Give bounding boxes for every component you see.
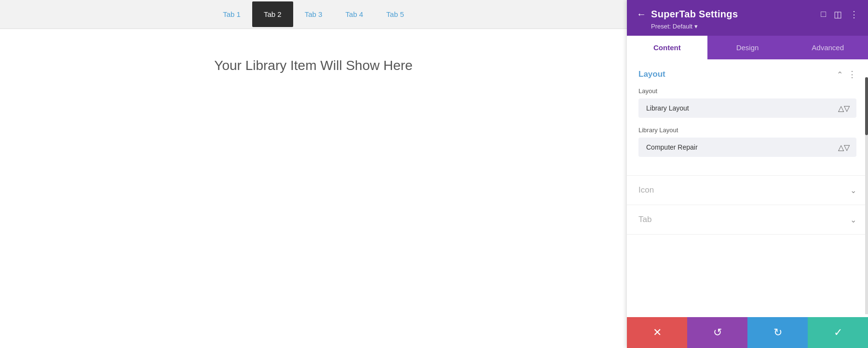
tab-2[interactable]: Tab 2 xyxy=(252,1,293,27)
icon-section: Icon ⌄ xyxy=(627,176,868,205)
layout-section-controls: ⌃ ⋮ xyxy=(837,69,856,80)
resize-icon[interactable]: □ xyxy=(821,9,826,19)
panel-header: ← SuperTab Settings □ ◫ ⋮ Preset: Defaul… xyxy=(627,0,868,36)
tab-chevron-down-icon[interactable]: ⌄ xyxy=(850,215,856,224)
back-arrow-icon[interactable]: ← xyxy=(637,9,646,20)
layout-select[interactable]: Library Layout xyxy=(638,98,856,118)
tab-advanced[interactable]: Advanced xyxy=(787,36,868,59)
library-placeholder: Your Library Item Will Show Here xyxy=(214,58,412,73)
main-content: Your Library Item Will Show Here xyxy=(0,29,627,348)
layout-field-group: Layout Library Layout △▽ xyxy=(638,87,856,118)
tab-5[interactable]: Tab 5 xyxy=(375,1,416,27)
tab-3[interactable]: Tab 3 xyxy=(293,1,334,27)
library-layout-field-label: Library Layout xyxy=(638,126,856,134)
more-options-icon[interactable]: ⋮ xyxy=(850,9,858,20)
layout-section-title: Layout xyxy=(638,70,665,79)
redo-button[interactable]: ↻ xyxy=(747,317,808,348)
tab-section-header: Tab ⌄ xyxy=(638,215,856,224)
panel-header-top: ← SuperTab Settings □ ◫ ⋮ xyxy=(637,9,858,20)
reset-button[interactable]: ↺ xyxy=(687,317,747,348)
library-layout-select-wrapper: Computer Repair △▽ xyxy=(638,138,856,157)
split-icon[interactable]: ◫ xyxy=(834,9,842,20)
panel-footer: ✕ ↺ ↻ ✓ xyxy=(627,317,868,348)
layout-field-label: Layout xyxy=(638,87,856,95)
save-button[interactable]: ✓ xyxy=(808,317,868,348)
panel-title: SuperTab Settings xyxy=(651,9,738,20)
layout-section-header: Layout ⌃ ⋮ xyxy=(638,69,856,80)
panel-header-icons: □ ◫ ⋮ xyxy=(821,9,858,20)
tab-design[interactable]: Design xyxy=(707,36,788,59)
tab-section-title: Tab xyxy=(638,215,651,224)
tab-1[interactable]: Tab 1 xyxy=(211,1,252,27)
scroll-track xyxy=(865,77,868,314)
cancel-button[interactable]: ✕ xyxy=(627,317,687,348)
panel-body: Layout ⌃ ⋮ Layout Library Layout △▽ Libr xyxy=(627,59,868,317)
library-layout-select[interactable]: Computer Repair xyxy=(638,138,856,157)
main-canvas: Tab 1 Tab 2 Tab 3 Tab 4 Tab 5 Your Libra… xyxy=(0,0,627,348)
panel-tabs: Content Design Advanced xyxy=(627,36,868,59)
layout-section: Layout ⌃ ⋮ Layout Library Layout △▽ Libr xyxy=(627,59,868,176)
layout-select-wrapper: Library Layout △▽ xyxy=(638,98,856,118)
panel-title-group: ← SuperTab Settings xyxy=(637,9,738,20)
scroll-thumb[interactable] xyxy=(865,77,868,135)
layout-chevron-up-icon[interactable]: ⌃ xyxy=(837,70,843,79)
icon-section-title: Icon xyxy=(638,185,654,195)
layout-more-icon[interactable]: ⋮ xyxy=(848,69,856,80)
tab-bar: Tab 1 Tab 2 Tab 3 Tab 4 Tab 5 xyxy=(0,0,627,29)
tab-section: Tab ⌄ xyxy=(627,205,868,235)
library-layout-field-group: Library Layout Computer Repair △▽ xyxy=(638,126,856,157)
icon-chevron-down-icon[interactable]: ⌄ xyxy=(850,186,856,195)
preset-label[interactable]: Preset: Default ▾ xyxy=(637,23,858,30)
icon-section-header: Icon ⌄ xyxy=(638,185,856,195)
settings-panel: ← SuperTab Settings □ ◫ ⋮ Preset: Defaul… xyxy=(627,0,868,348)
tab-content[interactable]: Content xyxy=(627,36,707,59)
tab-4[interactable]: Tab 4 xyxy=(334,1,375,27)
